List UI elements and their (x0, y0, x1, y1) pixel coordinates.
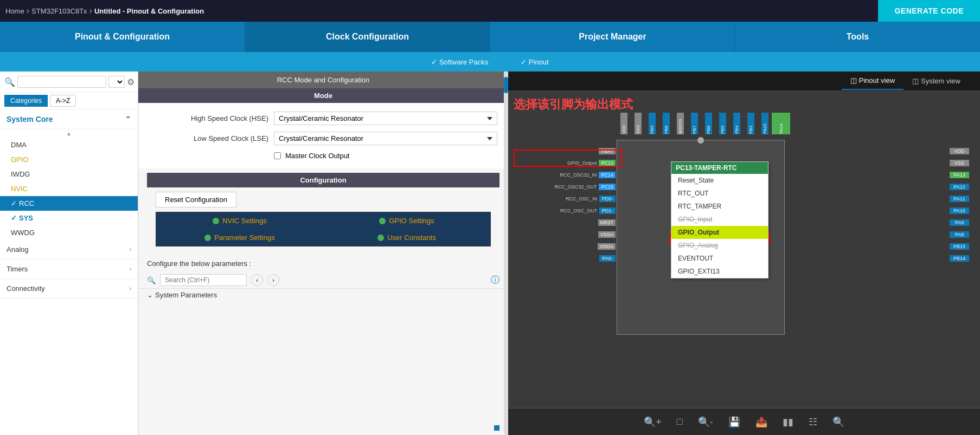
sidebar-timers-category[interactable]: Timers › (0, 259, 138, 279)
sidebar-item-wwdg[interactable]: WWDG (0, 225, 138, 240)
context-item-rtc-tamper[interactable]: RTC_TAMPER (671, 200, 768, 213)
system-params-header[interactable]: ⌄ System Parameters (147, 291, 499, 299)
master-clock-checkbox[interactable] (274, 152, 281, 159)
pin-left-nrst-label: NRST (598, 219, 616, 226)
breadcrumb-home[interactable]: Home (5, 7, 24, 15)
save-button[interactable]: 💾 (726, 414, 742, 430)
pin-left-pc13-desc: GPIO_Output (567, 160, 597, 166)
search-button-right[interactable]: 🔍 (830, 414, 847, 430)
sidebar-tab-categories[interactable]: Categories (4, 95, 48, 107)
system-view-tab[interactable]: ◫ System view (904, 73, 969, 89)
pin-left-pd0-desc: RCC_OSC_IN (566, 196, 597, 202)
search-dropdown[interactable] (108, 76, 125, 88)
zoom-out-button[interactable]: 🔍- (696, 414, 715, 430)
hse-select[interactable]: Crystal/Ceramic Resonator Disabled BYPAS… (274, 112, 497, 125)
parameter-settings-tab[interactable]: Parameter Settings (156, 229, 323, 246)
pin-left-vbat: VBAT (514, 145, 616, 157)
gear-icon[interactable]: ⚙ (127, 77, 134, 87)
sidebar-analog-category[interactable]: Analog › (0, 240, 138, 259)
scrollbar[interactable] (504, 72, 508, 435)
sidebar-category-tabs: Categories A->Z (0, 93, 138, 109)
pin-pb8-top-label: PB8 (663, 113, 670, 134)
pin-left-vssa: VSSA (514, 229, 616, 241)
sidebar-system-core-header[interactable]: System Core ⌃ (0, 109, 138, 129)
pin-pa14-top-label: PA14 (778, 113, 785, 134)
pin-vdd-top-label: VDD (620, 113, 627, 134)
context-item-eventout[interactable]: EVENTOUT (671, 252, 768, 265)
params-nav-prev-button[interactable]: ‹ (251, 274, 263, 286)
tab-pinout-configuration[interactable]: Pinout & Configuration (0, 22, 245, 52)
master-clock-label: Master Clock Output (285, 152, 350, 160)
pin-pa15-top-label: PA15 (761, 113, 768, 134)
user-constants-tab[interactable]: User Constants (323, 229, 490, 246)
generate-code-button[interactable]: GENERATE CODE (878, 0, 980, 22)
nvic-settings-tab[interactable]: NVIC Settings (156, 212, 323, 229)
info-icon[interactable]: ⓘ (491, 275, 499, 286)
sidebar-tab-az[interactable]: A->Z (50, 95, 76, 107)
sub-tab-software-packs[interactable]: ✓ Software Packs (431, 58, 488, 66)
sidebar-item-iwdg[interactable]: IWDG (0, 167, 138, 181)
pin-pb9-top: PB9 (645, 113, 659, 134)
sub-tab-pinout[interactable]: ✓ Pinout (521, 58, 548, 66)
search-input[interactable] (17, 76, 106, 88)
pin-right-pb14: PB14 (950, 252, 969, 264)
pin-right-pa13-label: PA13 (950, 172, 969, 178)
sidebar-item-dma[interactable]: DMA (0, 138, 138, 152)
pin-pb6-top-label: PB6 (705, 113, 712, 134)
pin-right-pa12-label: PA12 (950, 184, 969, 190)
pin-right-pb14-label: PB14 (950, 255, 969, 262)
lse-select[interactable]: Crystal/Ceramic Resonator Disabled BYPAS… (274, 132, 497, 145)
tab-clock-configuration[interactable]: Clock Configuration (245, 22, 490, 52)
grid-button[interactable]: ☷ (806, 414, 819, 430)
tab-project-manager[interactable]: Project Manager (490, 22, 735, 52)
export-button[interactable]: 📤 (753, 414, 770, 430)
pin-boot0-top: BOOT0 (673, 113, 687, 134)
sidebar-connectivity-label: Connectivity (7, 284, 45, 293)
chevron-right-icon-3: › (130, 285, 131, 291)
breadcrumb-device[interactable]: STM32F103C8Tx (31, 7, 87, 15)
pinout-view-tab[interactable]: ◫ Pinout view (842, 72, 904, 90)
sidebar-connectivity-category[interactable]: Connectivity › (0, 279, 138, 298)
context-item-rtc-out[interactable]: RTC_OUT (671, 187, 768, 200)
breadcrumb-sep-1: › (27, 6, 29, 16)
sidebar-item-rcc[interactable]: ✓RCC (0, 196, 138, 211)
settings-tabs-grid: NVIC Settings GPIO Settings Parameter Se… (156, 212, 491, 246)
gpio-settings-tab[interactable]: GPIO Settings (323, 212, 490, 229)
context-item-reset[interactable]: Reset_State (671, 174, 768, 187)
pin-right-pa9-label: PA9 (950, 219, 969, 226)
pin-left-pc15-label: PC15 (599, 184, 616, 190)
sidebar-item-sys[interactable]: ✓SYS (0, 211, 138, 225)
context-item-gpio-output[interactable]: GPIO_Output (671, 226, 768, 239)
scroll-thumb[interactable] (504, 77, 508, 93)
zoom-in-button[interactable]: 🔍+ (642, 414, 664, 430)
context-item-gpio-input[interactable]: GPIO_Input (671, 213, 768, 226)
lse-label: Low Speed Clock (LSE) (149, 134, 268, 142)
params-configure-label: Configure the below parameters : (138, 255, 508, 272)
pin-right-vss-label: VSS (950, 160, 969, 166)
breadcrumb-current: Untitled - Pinout & Configuration (94, 7, 204, 15)
chevron-down-icon: ⌃ (125, 115, 131, 124)
context-item-gpio-analog[interactable]: GPIO_Analog (671, 239, 768, 252)
pin-right-pa10-label: PA10 (950, 207, 969, 214)
params-nav-next-button[interactable]: › (267, 274, 279, 286)
pin-right-pa12: PA12 (950, 181, 969, 193)
master-clock-row: Master Clock Output (274, 152, 497, 160)
pin-right-pa9: PA9 (950, 217, 969, 229)
pin-left-vdda-label: VDDA (598, 243, 616, 250)
gpio-settings-label: GPIO Settings (389, 217, 434, 225)
sidebar-item-nvic[interactable]: NVIC (0, 181, 138, 196)
system-view-label: System view (921, 77, 960, 85)
pin-boot0-top-label: BOOT0 (677, 113, 684, 134)
pin-left-pc15: RCC_OSC32_OUT PC15 (514, 181, 616, 193)
system-params-label: System Parameters (155, 291, 217, 299)
reset-configuration-button[interactable]: Reset Configuration (156, 192, 236, 207)
columns-button[interactable]: ▮▮ (780, 414, 796, 430)
sidebar-item-gpio[interactable]: GPIO (0, 152, 138, 167)
params-search-input[interactable] (160, 274, 247, 286)
sub-tab-bar: ✓ Software Packs ✓ Pinout (0, 52, 980, 72)
sidebar-analog-label: Analog (7, 245, 28, 254)
tab-tools[interactable]: Tools (735, 22, 980, 52)
context-item-gpio-exti13[interactable]: GPIO_EXTI13 (671, 265, 768, 278)
fit-view-button[interactable]: □ (675, 414, 685, 430)
chip-orientation-dot (697, 137, 704, 144)
